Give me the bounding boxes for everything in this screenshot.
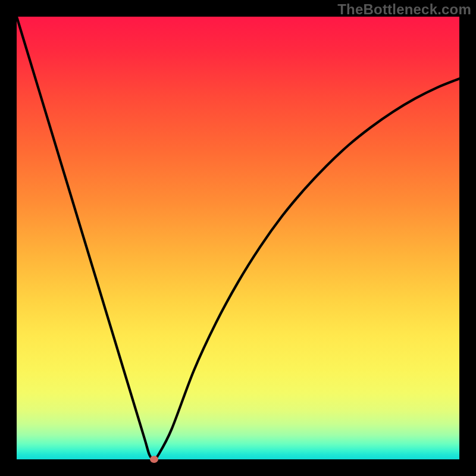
plot-area [17,17,459,459]
chart-container: TheBottleneck.com [0,0,476,476]
optimal-point-marker [150,456,158,463]
watermark-text: TheBottleneck.com [337,1,471,18]
bottleneck-curve [17,17,459,459]
curve-svg [17,17,459,459]
